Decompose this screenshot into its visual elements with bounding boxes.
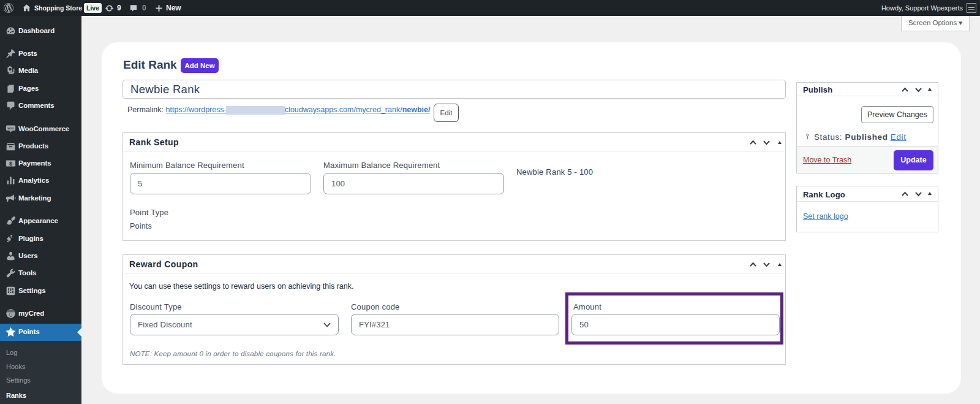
svg-text:$: $ [9,161,13,167]
svg-text:WOO: WOO [7,126,14,129]
